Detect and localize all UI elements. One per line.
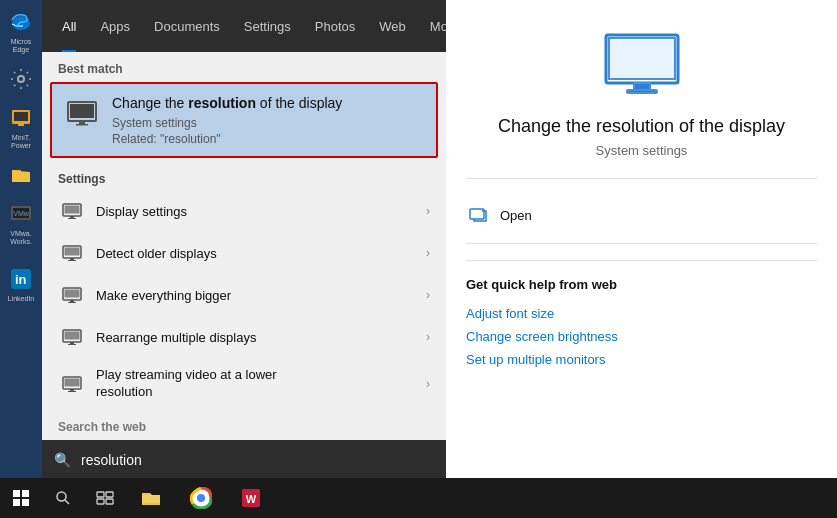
result-item-label: Play streaming video at a lowerresolutio… bbox=[96, 367, 426, 401]
svg-rect-47 bbox=[97, 499, 104, 504]
preview-help-section: Get quick help from web Adjust font size… bbox=[466, 260, 817, 371]
taskbar-wps[interactable]: W bbox=[226, 478, 276, 518]
result-item-label: Make everything bigger bbox=[96, 288, 426, 303]
monitor-small-icon-4 bbox=[58, 323, 86, 351]
best-match-related: Related: "resolution" bbox=[112, 132, 424, 146]
desktop-icon-folder[interactable] bbox=[2, 152, 40, 198]
svg-rect-35 bbox=[609, 38, 675, 79]
svg-rect-20 bbox=[70, 258, 74, 260]
best-match-content: Change the resolution of the display Sys… bbox=[112, 94, 424, 146]
svg-rect-23 bbox=[65, 289, 80, 297]
search-input[interactable] bbox=[81, 452, 434, 468]
result-item-label: Rearrange multiple displays bbox=[96, 330, 426, 345]
taskbar: W bbox=[0, 478, 837, 518]
svg-rect-11 bbox=[70, 104, 94, 118]
svg-rect-16 bbox=[70, 216, 74, 218]
results-area: Best match Change the resolution of the … bbox=[42, 52, 446, 440]
nav-bar: All Apps Documents Settings Photos Web M… bbox=[42, 0, 446, 52]
nav-item-apps[interactable]: Apps bbox=[88, 0, 142, 52]
svg-text:in: in bbox=[15, 272, 27, 287]
svg-point-50 bbox=[197, 494, 205, 502]
svg-rect-12 bbox=[79, 121, 85, 124]
svg-rect-46 bbox=[106, 492, 113, 497]
svg-rect-29 bbox=[68, 344, 76, 345]
best-match-subtitle: System settings bbox=[112, 116, 424, 130]
nav-item-all[interactable]: All bbox=[50, 0, 88, 52]
chevron-right-icon: › bbox=[426, 288, 430, 302]
result-item-label: Display settings bbox=[96, 204, 426, 219]
chevron-right-icon: › bbox=[426, 204, 430, 218]
monitor-small-icon-5 bbox=[58, 370, 86, 398]
svg-rect-27 bbox=[65, 331, 80, 339]
desktop-icon-edge[interactable]: MicrosEdge bbox=[2, 8, 40, 54]
svg-rect-24 bbox=[70, 300, 74, 302]
search-panel: All Apps Documents Settings Photos Web M… bbox=[42, 0, 446, 480]
preview-panel: Change the resolution of the display Sys… bbox=[446, 0, 837, 480]
search-icon: 🔍 bbox=[54, 452, 71, 468]
svg-rect-28 bbox=[70, 342, 74, 344]
svg-rect-19 bbox=[65, 247, 80, 255]
preview-title: Change the resolution of the display bbox=[498, 116, 785, 137]
svg-rect-25 bbox=[68, 302, 76, 303]
best-match-item[interactable]: Change the resolution of the display Sys… bbox=[50, 82, 438, 158]
preview-divider bbox=[466, 178, 817, 179]
nav-item-documents[interactable]: Documents bbox=[142, 0, 232, 52]
preview-open-button[interactable]: Open bbox=[466, 195, 817, 235]
svg-rect-45 bbox=[97, 492, 104, 497]
svg-text:W: W bbox=[246, 493, 257, 505]
svg-rect-33 bbox=[68, 391, 76, 392]
result-item-bigger[interactable]: Make everything bigger › bbox=[42, 274, 446, 316]
desktop-icon-linkedin[interactable]: in LinkedIn bbox=[2, 260, 40, 306]
svg-rect-36 bbox=[634, 83, 650, 90]
result-item-display-settings[interactable]: Display settings › bbox=[42, 190, 446, 232]
desktop-icon-settings[interactable] bbox=[2, 56, 40, 102]
svg-point-43 bbox=[57, 492, 66, 501]
preview-main: Change the resolution of the display Sys… bbox=[446, 0, 837, 480]
chevron-right-icon: › bbox=[426, 246, 430, 260]
svg-rect-4 bbox=[18, 124, 24, 126]
preview-subtitle: System settings bbox=[596, 143, 688, 158]
nav-item-settings[interactable]: Settings bbox=[232, 0, 303, 52]
open-label: Open bbox=[500, 208, 532, 223]
svg-rect-15 bbox=[65, 205, 80, 213]
nav-item-web[interactable]: Web bbox=[367, 0, 418, 52]
preview-divider-2 bbox=[466, 243, 817, 244]
preview-help-title: Get quick help from web bbox=[466, 277, 817, 292]
result-item-label: Detect older displays bbox=[96, 246, 426, 261]
open-icon bbox=[466, 203, 490, 227]
start-button[interactable] bbox=[0, 478, 42, 518]
monitor-small-icon-3 bbox=[58, 281, 86, 309]
preview-monitor-icon bbox=[602, 30, 682, 100]
svg-rect-41 bbox=[13, 499, 20, 506]
settings-section-label: Settings bbox=[42, 166, 446, 190]
svg-rect-37 bbox=[627, 90, 657, 93]
svg-rect-32 bbox=[70, 389, 74, 391]
svg-line-44 bbox=[65, 500, 69, 504]
chevron-right-icon: › bbox=[426, 330, 430, 344]
desktop-icons-strip: MicrosEdge MiniT.Power bbox=[0, 0, 42, 480]
svg-rect-40 bbox=[22, 490, 29, 497]
svg-rect-13 bbox=[76, 124, 88, 126]
result-item-detect-older[interactable]: Detect older displays › bbox=[42, 232, 446, 274]
desktop-icon-vmware[interactable]: VMw VMwa.Works. bbox=[2, 200, 40, 246]
monitor-small-icon bbox=[58, 197, 86, 225]
taskbar-chrome[interactable] bbox=[176, 478, 226, 518]
taskbar-task-view[interactable] bbox=[84, 478, 126, 518]
best-match-label: Best match bbox=[42, 52, 446, 82]
result-item-streaming[interactable]: Play streaming video at a lowerresolutio… bbox=[42, 358, 446, 410]
desktop-icon-minitool[interactable]: MiniT.Power bbox=[2, 104, 40, 150]
taskbar-search-button[interactable] bbox=[42, 478, 84, 518]
best-match-title: Change the resolution of the display bbox=[112, 94, 424, 112]
svg-rect-38 bbox=[470, 209, 484, 219]
preview-help-item-font[interactable]: Adjust font size bbox=[466, 302, 817, 325]
result-item-rearrange[interactable]: Rearrange multiple displays › bbox=[42, 316, 446, 358]
taskbar-file-explorer[interactable] bbox=[126, 478, 176, 518]
preview-help-item-brightness[interactable]: Change screen brightness bbox=[466, 325, 817, 348]
nav-item-photos[interactable]: Photos bbox=[303, 0, 367, 52]
search-box: 🔍 bbox=[42, 440, 446, 480]
best-match-monitor-icon bbox=[64, 96, 100, 132]
preview-help-item-monitors[interactable]: Set up multiple monitors bbox=[466, 348, 817, 371]
svg-rect-39 bbox=[13, 490, 20, 497]
svg-text:VMw: VMw bbox=[13, 210, 30, 217]
svg-rect-17 bbox=[68, 218, 76, 219]
